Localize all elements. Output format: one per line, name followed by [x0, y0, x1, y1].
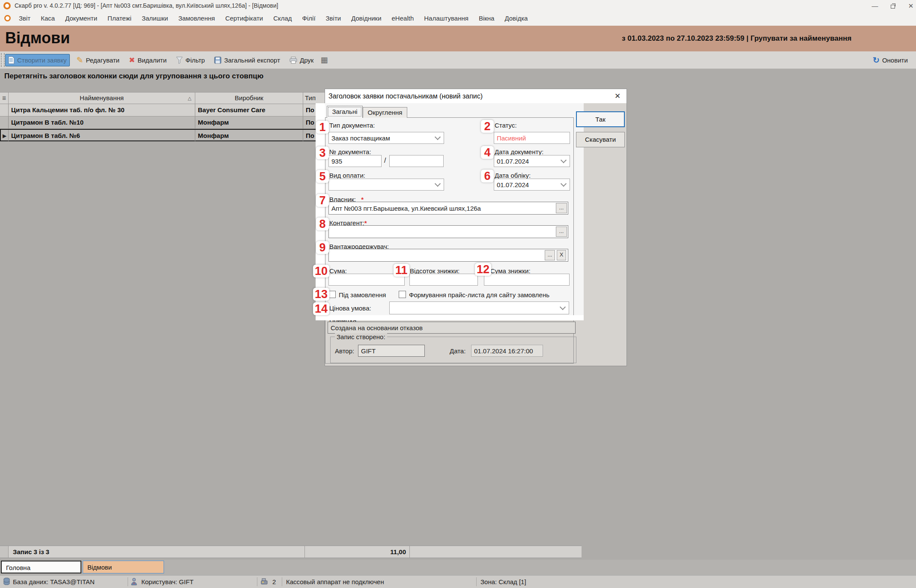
under-order-checkbox[interactable]: [328, 291, 336, 298]
tab-vidmovy[interactable]: Відмови: [83, 561, 164, 573]
user-icon: [131, 578, 137, 585]
grid-corner-icon[interactable]: ≣: [0, 93, 9, 104]
note-field[interactable]: Создана на основании отказов: [328, 322, 576, 334]
app-root: { "window": { "title": "Скарб pro v. 4.0…: [0, 0, 916, 588]
annotation-14: 14: [313, 302, 329, 315]
refresh-button[interactable]: ↻ Оновити: [873, 51, 908, 69]
window-titlebar: Скарб pro v. 4.0.2.77 [ІД: 969] - [Апт №…: [0, 0, 916, 12]
pencil-icon: ✎: [77, 55, 84, 65]
menu-vikna[interactable]: Вікна: [474, 12, 500, 25]
menu-nalashtuvannia[interactable]: Налаштування: [419, 12, 474, 25]
create-request-button[interactable]: Створити заявку: [5, 54, 70, 66]
column-header-name[interactable]: Найменування △: [9, 93, 195, 104]
user-label: Користувач: GIFT: [141, 576, 194, 588]
consignee-clear-button[interactable]: X: [557, 250, 566, 260]
database-label: База даних: TASA3@TITAN: [13, 576, 95, 588]
window-tabs-bar: Головна Відмови: [0, 560, 916, 575]
menu-kasa[interactable]: Каса: [36, 12, 60, 25]
created-date-field: 01.07.2024 16:27:00: [471, 345, 543, 357]
doc-type-select[interactable]: Заказ поставщикам: [328, 132, 444, 144]
toolbar-grip[interactable]: [1, 53, 5, 67]
summary-value: 11,00: [305, 546, 410, 558]
filter-button[interactable]: Фільтр: [173, 55, 207, 66]
price-list-label: Формування прайс-листа для сайту замовле…: [409, 291, 549, 298]
close-button[interactable]: ✕: [904, 0, 916, 12]
consignee-browse-button[interactable]: ...: [545, 250, 555, 260]
app-logo-icon-small: [4, 15, 11, 21]
annotation-6: 6: [481, 170, 494, 182]
columns-icon[interactable]: ▦: [320, 55, 328, 65]
owner-browse-button[interactable]: ...: [556, 203, 567, 213]
ok-button[interactable]: Так: [576, 111, 625, 127]
annotation-9: 9: [316, 241, 329, 254]
doc-number-field[interactable]: 935: [328, 155, 382, 167]
menu-zalyshky[interactable]: Залишки: [137, 12, 173, 25]
menu-ehealth[interactable]: eHealth: [387, 12, 419, 25]
refresh-icon: ↻: [873, 55, 880, 65]
tab-holovna[interactable]: Головна: [1, 561, 81, 573]
menu-zvit[interactable]: Звіт: [14, 12, 36, 25]
export-disk-icon: [214, 57, 221, 64]
export-button[interactable]: Загальний експорт: [212, 55, 283, 66]
date-range-label[interactable]: з 01.03.2023 по 27.10.2023 23:59:59 | Гр…: [622, 26, 916, 51]
menu-filii[interactable]: Філії: [297, 12, 321, 25]
sum-field[interactable]: [328, 274, 405, 286]
price-list-checkbox[interactable]: [399, 291, 406, 298]
doc-date-select[interactable]: 01.07.2024: [494, 155, 570, 167]
print-button[interactable]: Друк: [287, 55, 316, 66]
restore-button[interactable]: [886, 0, 899, 12]
cancel-button[interactable]: Скасувати: [576, 132, 625, 147]
tab-zahalni[interactable]: Загальні: [327, 106, 363, 118]
database-icon: [3, 578, 10, 585]
minimize-button[interactable]: —: [868, 0, 881, 12]
chevron-down-icon: [561, 157, 567, 163]
toolbar: Створити заявку ✎ Редагувати ✖ Видалити …: [0, 51, 916, 69]
annotation-11: 11: [394, 264, 409, 277]
table-summary-row: Запис 3 із 3 11,00: [0, 546, 582, 558]
cell-manufacturer: Монфарм: [195, 130, 303, 142]
cell-name: Цитрамон В табл. №10: [9, 116, 195, 128]
dialog-title: Заголовок заявки постачальникам (новий з…: [328, 89, 483, 103]
menu-dokumenty[interactable]: Документи: [60, 12, 102, 25]
discount-sum-field[interactable]: [484, 274, 570, 286]
dialog-close-icon[interactable]: ✕: [611, 89, 624, 103]
menu-zvity[interactable]: Звіти: [321, 12, 346, 25]
cash-register-icon: [260, 578, 268, 585]
edit-button[interactable]: ✎ Редагувати: [74, 54, 122, 67]
menu-sertyfikaty[interactable]: Сертифікати: [220, 12, 268, 25]
window-title: Скарб pro v. 4.0.2.77 [ІД: 969] - [Апт №…: [15, 0, 278, 12]
tab-okruhlennia[interactable]: Округлення: [363, 107, 407, 118]
price-condition-select[interactable]: [389, 301, 569, 314]
annotation-13: 13: [313, 288, 329, 301]
discount-percent-field[interactable]: [409, 274, 478, 286]
doc-number-suffix-field[interactable]: [389, 155, 444, 167]
chevron-down-icon: [435, 134, 441, 140]
payment-type-select[interactable]: [328, 179, 444, 191]
menu-sklad[interactable]: Склад: [268, 12, 297, 25]
owner-field[interactable]: Апт №003 пгт.Барышевка, ул.Киевский шлях…: [328, 202, 568, 215]
page-title: Відмови: [5, 26, 70, 51]
account-date-select[interactable]: 01.07.2024: [494, 179, 570, 191]
status-field[interactable]: Пасивний: [494, 132, 570, 144]
contractor-field[interactable]: [328, 225, 568, 238]
menu-dovidnyky[interactable]: Довідники: [346, 12, 386, 25]
funnel-icon: [176, 57, 183, 64]
record-created-group: Запис створено: Автор: GIFT Дата: 01.07.…: [330, 337, 576, 363]
account-date-label: Дата обліку:: [495, 172, 531, 179]
menu-zamovlennia[interactable]: Замовлення: [173, 12, 220, 25]
register-count: 2: [272, 576, 276, 588]
status-label: Статус:: [495, 122, 517, 129]
status-bar: База даних: TASA3@TITAN Користувач: GIFT…: [0, 575, 916, 588]
cell-manufacturer: Bayer Consumer Care: [195, 104, 303, 116]
sort-ascending-icon: △: [188, 93, 191, 104]
menu-platezhi[interactable]: Платежі: [102, 12, 137, 25]
consignee-field[interactable]: [328, 249, 568, 262]
column-header-manufacturer[interactable]: Виробник: [195, 93, 303, 104]
record-count-label: Запис 3 із 3: [9, 546, 305, 558]
zone-label: Зона: Склад [1]: [480, 576, 526, 588]
delete-button[interactable]: ✖ Видалити: [126, 54, 169, 66]
record-created-label: Запис створено:: [335, 333, 387, 340]
contractor-browse-button[interactable]: ...: [556, 227, 567, 237]
current-row-arrow-icon: ▶: [1, 130, 9, 142]
menu-dovidka[interactable]: Довідка: [499, 12, 533, 25]
